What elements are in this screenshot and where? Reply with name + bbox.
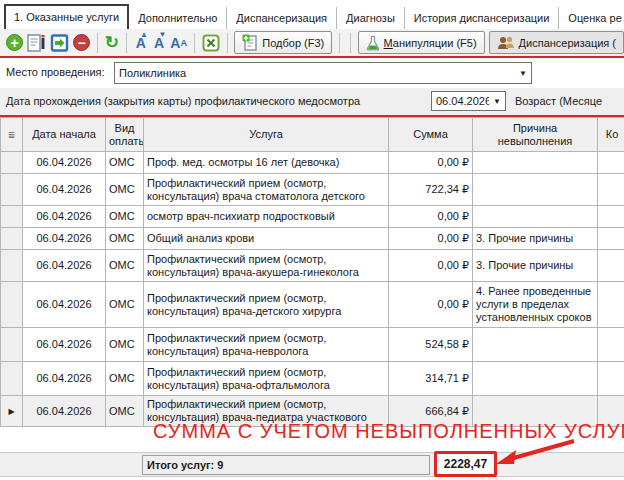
column-header-reason[interactable]: Причина невыполнения — [473, 118, 598, 152]
exam-date-value: 06.04.2026 — [432, 95, 489, 107]
toolbar-separator — [97, 33, 98, 53]
save-button[interactable] — [50, 32, 69, 54]
document-add-icon — [242, 34, 258, 51]
annotation-line-table — [0, 115, 624, 117]
dispensary-button[interactable]: Диспансеризация ( — [489, 31, 624, 54]
delete-button[interactable]: − — [73, 32, 90, 54]
services-table: ≣ Дата начала Вид оплаты Услуга Сумма Пр… — [0, 117, 624, 427]
table-row[interactable]: 06.04.2026 ОМС Профилактический прием (о… — [1, 282, 624, 328]
tab-score[interactable]: Оценка ре — [559, 7, 624, 29]
excel-export-button[interactable] — [202, 32, 220, 54]
podbor-button[interactable]: Подбор (F3) — [234, 31, 332, 54]
age-label: Возраст (Месяце — [515, 95, 602, 107]
toolbar-separator — [339, 33, 340, 53]
edit-icon — [27, 34, 46, 52]
refresh-button[interactable]: ↻ — [105, 32, 119, 54]
save-icon — [50, 34, 69, 52]
flask-icon — [366, 35, 380, 51]
place-value: Поликлиника — [115, 67, 515, 79]
add-icon: + — [6, 34, 23, 51]
column-header-payment[interactable]: Вид оплаты — [106, 118, 144, 152]
total-services-panel: Итого услуг: 9 — [142, 455, 430, 475]
table-row[interactable]: 06.04.2026 ОМС Профилактический прием (о… — [1, 362, 624, 396]
tab-bar: 1. Оказанные услуги Дополнительно Диспан… — [0, 3, 624, 29]
column-header-date[interactable]: Дата начала — [23, 118, 106, 152]
table-row[interactable]: 06.04.2026 ОМС осмотр врач-психиатр подр… — [1, 206, 624, 228]
edit-button[interactable] — [27, 32, 46, 54]
dispensary-label: Диспансеризация ( — [519, 37, 616, 49]
tab-dispensary[interactable]: Диспансеризация — [227, 7, 337, 29]
annotation-line-top — [0, 56, 624, 58]
tab-additional[interactable]: Дополнительно — [129, 7, 227, 29]
exam-date-combobox[interactable]: 06.04.2026 ▼ — [431, 91, 506, 111]
place-label: Место проведения: — [6, 66, 105, 78]
refresh-icon: ↻ — [105, 32, 119, 53]
toolbar-separator — [350, 33, 351, 53]
font-size-button[interactable]: AA — [170, 32, 187, 54]
people-icon — [497, 35, 515, 51]
podbor-label: Подбор (F3) — [262, 37, 324, 49]
app-window: 1. Оказанные услуги Дополнительно Диспан… — [0, 0, 624, 480]
table-row[interactable]: 06.04.2026 ОМС Профилактический прием (о… — [1, 174, 624, 206]
add-button[interactable]: + — [6, 32, 23, 54]
place-row: Место проведения: Поликлиника ▼ — [0, 58, 624, 88]
manipulations-label: Манипуляции (F5) — [384, 37, 477, 49]
total-sum-value: 2228,47 — [444, 457, 487, 471]
chevron-down-icon[interactable]: ▼ — [489, 97, 505, 106]
total-services-label: Итого услуг: 9 — [147, 459, 223, 471]
font-decrease-button[interactable]: A▼ — [152, 32, 166, 54]
tab-provided-services[interactable]: 1. Оказанные услуги — [4, 4, 129, 29]
excel-icon — [202, 34, 220, 52]
current-row-marker-icon: ▶ — [1, 396, 23, 427]
grid-menu-icon[interactable]: ≣ — [8, 130, 16, 140]
toolbar-separator — [194, 33, 195, 53]
table-row[interactable]: 06.04.2026 ОМС Профилактический прием (о… — [1, 328, 624, 362]
toolbar-separator — [227, 33, 228, 53]
table-row[interactable]: 06.04.2026 ОМС Проф. мед. осмотры 16 лет… — [1, 152, 624, 174]
row-indicator-header: ≣ — [1, 118, 23, 152]
exam-date-row: Дата прохождения (закрытия карты) профил… — [0, 88, 624, 115]
font-increase-button[interactable]: A▲ — [134, 32, 148, 54]
place-combobox[interactable]: Поликлиника ▼ — [114, 62, 532, 84]
manipulations-button[interactable]: Манипуляции (F5) — [358, 31, 485, 54]
tab-diagnoses[interactable]: Диагнозы — [337, 7, 405, 29]
column-header-service[interactable]: Услуга — [144, 118, 389, 152]
table-row[interactable]: 06.04.2026 ОМС Профилактический прием (о… — [1, 250, 624, 282]
table-header-row: ≣ Дата начала Вид оплаты Услуга Сумма Пр… — [1, 118, 624, 152]
table-row[interactable]: 06.04.2026 ОМС Общий анализ крови 0,00 ₽… — [1, 228, 624, 250]
total-sum-panel: 2228,47 — [434, 451, 497, 477]
delete-icon: − — [73, 34, 90, 51]
column-header-sum[interactable]: Сумма — [389, 118, 473, 152]
exam-date-label: Дата прохождения (закрытия карты) профил… — [6, 95, 360, 107]
toolbar-separator — [126, 33, 127, 53]
font-size-icon: A — [170, 35, 180, 51]
chevron-down-icon[interactable]: ▼ — [515, 69, 531, 78]
column-header-code[interactable]: Ко — [598, 118, 624, 152]
tab-dispensary-history[interactable]: История диспансеризации — [405, 7, 560, 29]
toolbar: + − ↻ A▲ A▼ AA — [0, 29, 624, 56]
annotation-arrow-icon — [494, 438, 580, 470]
